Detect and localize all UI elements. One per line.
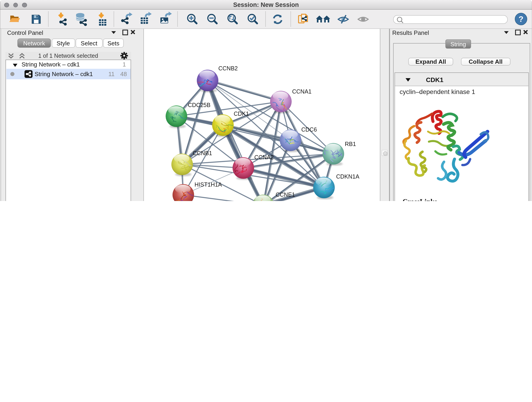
svg-text:HIST1H1A: HIST1H1A <box>194 181 222 187</box>
svg-text:CCNE1: CCNE1 <box>275 191 295 198</box>
svg-text:CCNB2: CCNB2 <box>218 65 238 71</box>
svg-text:RB1: RB1 <box>345 140 356 147</box>
svg-text:?: ? <box>519 14 523 23</box>
svg-text:CCNA1: CCNA1 <box>292 88 311 95</box>
svg-text:CCNB1: CCNB1 <box>192 150 212 156</box>
svg-text:CDKN1A: CDKN1A <box>336 173 359 179</box>
svg-text:CCNA2: CCNA2 <box>254 154 273 160</box>
svg-text:CDC6: CDC6 <box>301 126 317 133</box>
svg-text:CDC25B: CDC25B <box>188 102 210 108</box>
svg-text:CDK1: CDK1 <box>234 110 249 117</box>
